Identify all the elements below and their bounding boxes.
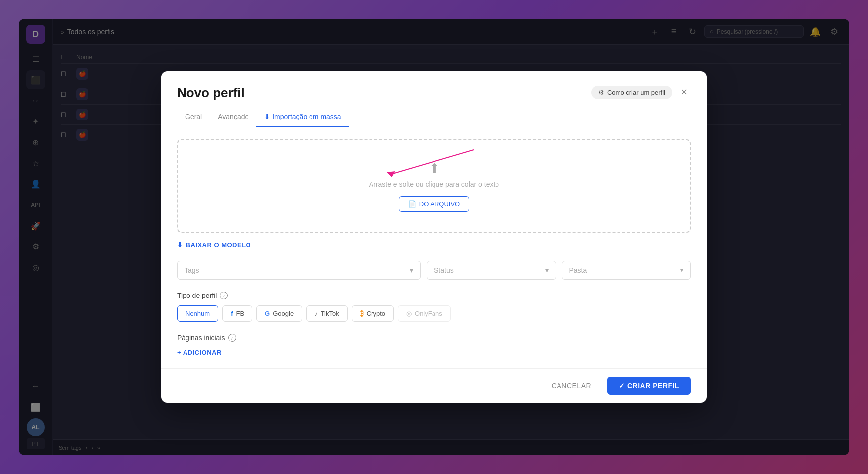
google-icon: G [265, 310, 270, 317]
type-onlyfans-button[interactable]: ◎ OnlyFans [398, 305, 451, 322]
modal-header: Novo perfil ⚙ Como criar um perfil ✕ [161, 71, 707, 101]
type-nenhum-button[interactable]: Nenhum [177, 305, 218, 322]
modal-overlay[interactable]: Novo perfil ⚙ Como criar um perfil ✕ Ger… [0, 0, 868, 474]
tiktok-icon: ♪ [314, 310, 318, 317]
type-fb-button[interactable]: f FB [222, 305, 252, 322]
gear-icon: ⚙ [598, 89, 604, 96]
profile-type-label: Tipo de perfil i [177, 292, 691, 299]
pasta-select[interactable]: Pasta ▾ [562, 261, 691, 280]
download-tab-icon: ⬇ [264, 113, 270, 120]
from-file-button[interactable]: 📄 DO ARQUIVO [399, 196, 469, 212]
info-icon-2: i [228, 334, 236, 342]
type-tiktok-button[interactable]: ♪ TikTok [306, 305, 348, 322]
onlyfans-icon: ◎ [406, 310, 412, 317]
chevron-down-icon: ▾ [410, 266, 413, 274]
status-select[interactable]: Status ▾ [427, 261, 556, 280]
drop-zone-text: Arraste e solte ou clique para colar o t… [188, 180, 680, 188]
create-profile-button[interactable]: ✓ CRIAR PERFIL [607, 377, 691, 395]
upload-icon: ⬆ [188, 160, 680, 177]
modal-title: Novo perfil [177, 85, 245, 101]
tab-importacao[interactable]: ⬇ Importação em massa [256, 109, 349, 127]
add-link[interactable]: + ADICIONAR [177, 349, 222, 356]
modal-footer: CANCELAR ✓ CRIAR PERFIL [161, 368, 707, 403]
download-model-link[interactable]: ⬇ BAIXAR O MODELO [177, 241, 251, 249]
how-to-button[interactable]: ⚙ Como criar um perfil [591, 86, 672, 99]
type-google-button[interactable]: G Google [256, 305, 302, 322]
download-icon: ⬇ [177, 241, 183, 249]
paginas-label: Páginas iniciais i [177, 334, 691, 342]
modal-body: ⬆ Arraste e solte ou clique para colar o… [161, 127, 707, 368]
tags-select[interactable]: Tags ▾ [177, 261, 421, 280]
modal-header-right: ⚙ Como criar um perfil ✕ [591, 85, 691, 99]
modal: Novo perfil ⚙ Como criar um perfil ✕ Ger… [161, 71, 707, 403]
type-crypto-button[interactable]: ₿ Crypto [352, 305, 394, 322]
chevron-down-icon: ▾ [545, 266, 549, 274]
tab-geral[interactable]: Geral [177, 109, 210, 127]
bitcoin-icon: ₿ [360, 310, 364, 317]
tab-avancado[interactable]: Avançado [210, 109, 256, 127]
selects-row: Tags ▾ Status ▾ Pasta ▾ [177, 261, 691, 280]
chevron-down-icon: ▾ [680, 266, 683, 274]
profile-types: Nenhum f FB G Google ♪ TikTok ₿ Crypto [177, 305, 691, 322]
close-button[interactable]: ✕ [677, 85, 691, 99]
modal-tabs: Geral Avançado ⬇ Importação em massa [161, 101, 707, 127]
drop-zone[interactable]: ⬆ Arraste e solte ou clique para colar o… [177, 139, 691, 233]
cancel-button[interactable]: CANCELAR [542, 377, 601, 395]
fb-icon: f [231, 310, 233, 317]
info-icon: i [220, 292, 228, 299]
file-icon: 📄 [408, 200, 416, 208]
